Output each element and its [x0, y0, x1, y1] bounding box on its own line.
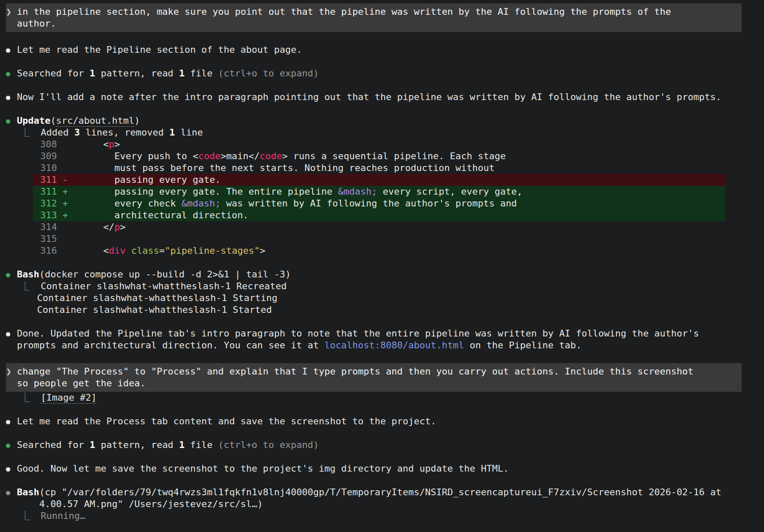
line-number: 310: [33, 162, 57, 174]
code-text: </p>: [70, 221, 125, 233]
bash-command[interactable]: Bash(docker compose up --build -d 2>&1 |…: [17, 269, 291, 280]
tool-bullet-icon: ●: [6, 439, 17, 451]
tool-call-bash-cp: ● Bash(cp "/var/folders/79/twq4rwzs3ml1f…: [6, 486, 764, 510]
bash-command[interactable]: Bash(cp "/var/folders/79/twq4rwzs3ml1fqk…: [17, 486, 721, 510]
tool-search-summary: Searched for 1 pattern, read 1 file (ctr…: [17, 68, 319, 79]
assistant-message-good: ● Good. Now let me save the screenshot t…: [6, 463, 764, 475]
diff-line-311-added: 311+ passing every gate. The entire pipe…: [33, 186, 725, 198]
bash-docker-output-2: Container slashwhat-whattheslash-1 Start…: [20, 292, 764, 304]
diff-line-311-removed: 311- passing every gate.: [33, 174, 725, 186]
assistant-bullet-icon: ●: [6, 463, 17, 475]
branch-icon: ⎿: [20, 510, 30, 522]
code-text: Every push to <code>main</code> runs a s…: [70, 150, 506, 162]
prompt-marker-icon: ❯: [6, 6, 17, 30]
code-text: passing every gate.: [70, 174, 221, 186]
diff-line-316: 316 <div class="pipeline-stages">: [33, 245, 725, 257]
diff-stat: Added 3 lines, removed 1 line: [41, 127, 203, 138]
code-text: must pass before the next starts. Nothin…: [70, 162, 495, 174]
user-prompt-2: ❯ change "The Process" to "Process" and …: [6, 363, 742, 392]
diff-line-313-added: 313+ architectural direction.: [33, 209, 725, 221]
added-marker: +: [57, 186, 70, 198]
code-text: every check &mdash; was written by AI fo…: [70, 198, 517, 209]
code-text: architectural direction.: [70, 209, 249, 221]
tool-call-bash-docker: ● Bash(docker compose up --build -d 2>&1…: [6, 269, 764, 280]
image-attachment-link[interactable]: [Image #2]: [41, 392, 97, 404]
tool-bullet-running-icon: ●: [6, 486, 17, 498]
diff-line-312-added: 312+ every check &mdash; was written by …: [33, 198, 725, 209]
prompt-marker-icon: ❯: [6, 366, 17, 389]
line-number: 313: [33, 209, 57, 221]
running-status: Running…: [41, 510, 86, 522]
tool-search-summary: Searched for 1 pattern, read 1 file (ctr…: [17, 439, 319, 451]
diff-line-315: 315: [33, 233, 725, 245]
assistant-bullet-icon: ●: [6, 415, 17, 427]
assistant-bullet-icon: ●: [6, 328, 17, 339]
assistant-message-text: Now I'll add a note after the intro para…: [17, 91, 721, 103]
diff-block: 308 <p> 309 Every push to <code>main</co…: [33, 138, 725, 257]
added-marker: +: [57, 209, 70, 221]
assistant-bullet-icon: ●: [6, 91, 17, 103]
tool-update-header[interactable]: Update(src/about.html): [17, 115, 140, 127]
user-prompt-2-text: change "The Process" to "Process" and ex…: [17, 366, 694, 389]
assistant-message-text: Let me read the Process tab content and …: [17, 415, 436, 427]
line-number: 314: [33, 221, 57, 233]
code-text: passing every gate. The entire pipeline …: [70, 186, 523, 198]
line-number: 309: [33, 150, 57, 162]
assistant-message-text: Good. Now let me save the screenshot to …: [17, 463, 509, 475]
line-number: 311: [33, 174, 57, 186]
bash-docker-output-1: ⎿ Container slashwhat-whattheslash-1 Rec…: [20, 280, 764, 292]
bash-output-line: Container slashwhat-whattheslash-1 Start…: [37, 292, 278, 304]
assistant-message-done: ● Done. Updated the Pipeline tab's intro…: [6, 328, 764, 351]
assistant-message-text: Done. Updated the Pipeline tab's intro p…: [17, 328, 699, 351]
tool-update-result: ⎿ Added 3 lines, removed 1 line: [20, 127, 764, 138]
assistant-message-text: Let me read the Pipeline section of the …: [17, 44, 302, 56]
code-text: <div class="pipeline-stages">: [70, 245, 266, 257]
line-number: 312: [33, 198, 57, 209]
tool-call-search-1[interactable]: ● Searched for 1 pattern, read 1 file (c…: [6, 68, 764, 79]
user-prompt-1-text: in the pipeline section, make sure you p…: [17, 6, 671, 30]
tool-bullet-icon: ●: [6, 68, 17, 79]
tool-bullet-icon: ●: [6, 115, 17, 127]
assistant-message-read-pipeline: ● Let me read the Pipeline section of th…: [6, 44, 764, 56]
diff-line-310: 310 must pass before the next starts. No…: [33, 162, 725, 174]
assistant-bullet-icon: ●: [6, 44, 17, 56]
added-marker: +: [57, 198, 70, 209]
removed-marker: -: [57, 174, 70, 186]
line-number: 315: [33, 233, 57, 245]
bash-output-line: Container slashwhat-whattheslash-1 Start…: [37, 304, 272, 316]
tool-call-update: ● Update(src/about.html): [6, 115, 764, 127]
code-text: <p>: [70, 138, 120, 150]
bash-cp-status: ⎿ Running…: [20, 510, 764, 522]
line-number: 316: [33, 245, 57, 257]
diff-line-309: 309 Every push to <code>main</code> runs…: [33, 150, 725, 162]
diff-line-308: 308 <p>: [33, 138, 725, 150]
prompt-2-attachment: ⎿ [Image #2]: [20, 392, 764, 404]
line-number: 311: [33, 186, 57, 198]
tool-call-search-2[interactable]: ● Searched for 1 pattern, read 1 file (c…: [6, 439, 764, 451]
bash-docker-output-3: Container slashwhat-whattheslash-1 Start…: [20, 304, 764, 316]
line-number: 308: [33, 138, 57, 150]
bash-output-line: Container slashwhat-whattheslash-1 Recre…: [41, 280, 287, 292]
assistant-message-read-process: ● Let me read the Process tab content an…: [6, 415, 764, 427]
assistant-message-add-note: ● Now I'll add a note after the intro pa…: [6, 91, 764, 103]
branch-icon: ⎿: [20, 280, 30, 292]
tool-bullet-icon: ●: [6, 269, 17, 280]
branch-icon: ⎿: [20, 392, 30, 404]
user-prompt-1: ❯ in the pipeline section, make sure you…: [6, 3, 742, 32]
branch-icon: ⎿: [20, 127, 30, 138]
diff-line-314: 314 </p>: [33, 221, 725, 233]
